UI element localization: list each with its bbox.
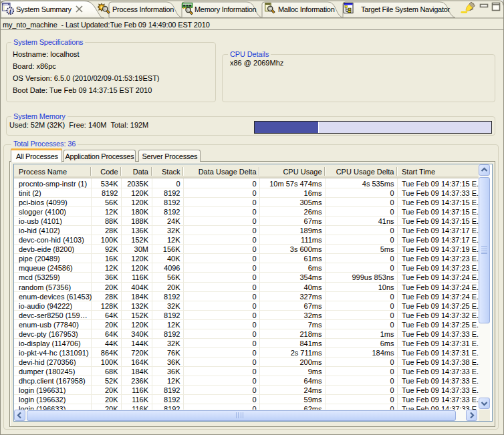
svg-text:i: i bbox=[9, 8, 11, 15]
svg-text:Malloc Information: Malloc Information bbox=[278, 5, 335, 13]
svg-text:System Summary: System Summary bbox=[16, 5, 72, 13]
svg-text:Memory Information: Memory Information bbox=[195, 5, 257, 13]
svg-text:Process Information: Process Information bbox=[112, 5, 174, 13]
svg-text:Target File System Navigator: Target File System Navigator bbox=[361, 5, 450, 13]
